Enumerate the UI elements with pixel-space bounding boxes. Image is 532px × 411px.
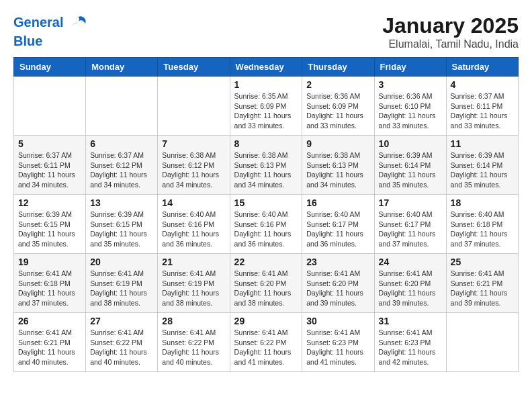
day-info: Sunrise: 6:40 AM Sunset: 6:18 PM Dayligh… <box>451 210 514 249</box>
day-number: 16 <box>306 197 369 208</box>
calendar-cell: 1Sunrise: 6:35 AM Sunset: 6:09 PM Daylig… <box>230 77 302 136</box>
day-number: 14 <box>162 197 225 208</box>
day-info: Sunrise: 6:41 AM Sunset: 6:22 PM Dayligh… <box>90 328 153 367</box>
day-info: Sunrise: 6:37 AM Sunset: 6:11 PM Dayligh… <box>18 150 81 190</box>
week-row-5: 26Sunrise: 6:41 AM Sunset: 6:21 PM Dayli… <box>14 313 519 372</box>
day-info: Sunrise: 6:37 AM Sunset: 6:12 PM Dayligh… <box>90 150 153 190</box>
day-info: Sunrise: 6:38 AM Sunset: 6:12 PM Dayligh… <box>162 150 225 190</box>
day-number: 13 <box>90 197 153 208</box>
day-number: 6 <box>90 138 153 149</box>
logo: General Blue <box>13 13 89 48</box>
day-info: Sunrise: 6:41 AM Sunset: 6:19 PM Dayligh… <box>90 269 153 308</box>
week-row-4: 19Sunrise: 6:41 AM Sunset: 6:18 PM Dayli… <box>14 254 519 313</box>
calendar-cell: 30Sunrise: 6:41 AM Sunset: 6:23 PM Dayli… <box>302 313 374 372</box>
calendar-cell: 22Sunrise: 6:41 AM Sunset: 6:20 PM Dayli… <box>230 254 302 313</box>
day-number: 30 <box>306 316 369 326</box>
calendar-cell: 31Sunrise: 6:41 AM Sunset: 6:23 PM Dayli… <box>374 313 446 372</box>
day-number: 11 <box>451 138 514 149</box>
location: Elumalai, Tamil Nadu, India <box>382 38 519 50</box>
calendar-cell: 21Sunrise: 6:41 AM Sunset: 6:19 PM Dayli… <box>158 254 230 313</box>
day-info: Sunrise: 6:41 AM Sunset: 6:20 PM Dayligh… <box>306 269 369 308</box>
day-info: Sunrise: 6:41 AM Sunset: 6:22 PM Dayligh… <box>234 328 298 367</box>
day-info: Sunrise: 6:41 AM Sunset: 6:19 PM Dayligh… <box>162 269 225 308</box>
weekday-header-saturday: Saturday <box>446 58 518 77</box>
calendar-cell: 17Sunrise: 6:40 AM Sunset: 6:17 PM Dayli… <box>374 195 446 254</box>
calendar-cell: 13Sunrise: 6:39 AM Sunset: 6:15 PM Dayli… <box>86 195 158 254</box>
day-info: Sunrise: 6:41 AM Sunset: 6:21 PM Dayligh… <box>18 328 81 367</box>
day-number: 3 <box>379 79 442 90</box>
calendar-cell: 15Sunrise: 6:40 AM Sunset: 6:16 PM Dayli… <box>230 195 302 254</box>
day-number: 31 <box>379 316 442 326</box>
calendar-cell: 11Sunrise: 6:39 AM Sunset: 6:14 PM Dayli… <box>446 136 518 195</box>
calendar-cell: 26Sunrise: 6:41 AM Sunset: 6:21 PM Dayli… <box>14 313 86 372</box>
calendar-cell: 27Sunrise: 6:41 AM Sunset: 6:22 PM Dayli… <box>86 313 158 372</box>
calendar-cell: 3Sunrise: 6:36 AM Sunset: 6:10 PM Daylig… <box>374 77 446 136</box>
calendar-cell: 24Sunrise: 6:41 AM Sunset: 6:20 PM Dayli… <box>374 254 446 313</box>
day-info: Sunrise: 6:40 AM Sunset: 6:17 PM Dayligh… <box>379 210 442 249</box>
calendar-cell: 9Sunrise: 6:38 AM Sunset: 6:13 PM Daylig… <box>302 136 374 195</box>
day-number: 9 <box>306 138 369 149</box>
calendar-cell: 5Sunrise: 6:37 AM Sunset: 6:11 PM Daylig… <box>14 136 86 195</box>
day-number: 24 <box>379 257 442 267</box>
day-info: Sunrise: 6:40 AM Sunset: 6:16 PM Dayligh… <box>162 210 225 249</box>
day-info: Sunrise: 6:41 AM Sunset: 6:23 PM Dayligh… <box>306 328 369 367</box>
day-number: 23 <box>306 257 369 267</box>
day-number: 15 <box>234 197 298 208</box>
day-info: Sunrise: 6:38 AM Sunset: 6:13 PM Dayligh… <box>234 150 298 190</box>
day-info: Sunrise: 6:39 AM Sunset: 6:15 PM Dayligh… <box>90 210 153 249</box>
day-info: Sunrise: 6:41 AM Sunset: 6:23 PM Dayligh… <box>379 328 442 367</box>
calendar-cell: 18Sunrise: 6:40 AM Sunset: 6:18 PM Dayli… <box>446 195 518 254</box>
calendar-cell: 12Sunrise: 6:39 AM Sunset: 6:15 PM Dayli… <box>14 195 86 254</box>
month-title: January 2025 <box>382 13 519 38</box>
calendar-cell <box>158 77 230 136</box>
calendar-cell: 19Sunrise: 6:41 AM Sunset: 6:18 PM Dayli… <box>14 254 86 313</box>
week-row-2: 5Sunrise: 6:37 AM Sunset: 6:11 PM Daylig… <box>14 136 519 195</box>
calendar-cell: 16Sunrise: 6:40 AM Sunset: 6:17 PM Dayli… <box>302 195 374 254</box>
day-info: Sunrise: 6:40 AM Sunset: 6:17 PM Dayligh… <box>306 210 369 249</box>
weekday-header-sunday: Sunday <box>14 58 86 77</box>
day-number: 26 <box>18 316 81 326</box>
day-info: Sunrise: 6:35 AM Sunset: 6:09 PM Dayligh… <box>234 91 298 131</box>
day-number: 25 <box>451 257 514 267</box>
day-number: 19 <box>18 257 81 267</box>
day-info: Sunrise: 6:39 AM Sunset: 6:14 PM Dayligh… <box>451 150 514 190</box>
day-info: Sunrise: 6:37 AM Sunset: 6:11 PM Dayligh… <box>451 91 514 131</box>
calendar-cell: 20Sunrise: 6:41 AM Sunset: 6:19 PM Dayli… <box>86 254 158 313</box>
day-number: 18 <box>451 197 514 208</box>
calendar-cell: 4Sunrise: 6:37 AM Sunset: 6:11 PM Daylig… <box>446 77 518 136</box>
day-number: 22 <box>234 257 298 267</box>
day-info: Sunrise: 6:39 AM Sunset: 6:14 PM Dayligh… <box>379 150 442 190</box>
weekday-header-tuesday: Tuesday <box>158 58 230 77</box>
weekday-header-thursday: Thursday <box>302 58 374 77</box>
calendar-cell: 10Sunrise: 6:39 AM Sunset: 6:14 PM Dayli… <box>374 136 446 195</box>
calendar-cell <box>86 77 158 136</box>
day-number: 1 <box>234 79 298 90</box>
calendar-cell: 2Sunrise: 6:36 AM Sunset: 6:09 PM Daylig… <box>302 77 374 136</box>
day-number: 4 <box>451 79 514 90</box>
logo-bird-icon <box>69 13 89 34</box>
calendar-cell: 28Sunrise: 6:41 AM Sunset: 6:22 PM Dayli… <box>158 313 230 372</box>
calendar-cell: 29Sunrise: 6:41 AM Sunset: 6:22 PM Dayli… <box>230 313 302 372</box>
calendar-cell: 14Sunrise: 6:40 AM Sunset: 6:16 PM Dayli… <box>158 195 230 254</box>
page-header: General Blue January 2025 Elumalai, Tami… <box>13 13 519 50</box>
day-number: 10 <box>379 138 442 149</box>
calendar-cell <box>14 77 86 136</box>
day-number: 5 <box>18 138 81 149</box>
calendar-cell: 23Sunrise: 6:41 AM Sunset: 6:20 PM Dayli… <box>302 254 374 313</box>
calendar-cell: 7Sunrise: 6:38 AM Sunset: 6:12 PM Daylig… <box>158 136 230 195</box>
day-info: Sunrise: 6:39 AM Sunset: 6:15 PM Dayligh… <box>18 210 81 249</box>
day-info: Sunrise: 6:36 AM Sunset: 6:10 PM Dayligh… <box>379 91 442 131</box>
day-info: Sunrise: 6:38 AM Sunset: 6:13 PM Dayligh… <box>306 150 369 190</box>
weekday-header-row: SundayMondayTuesdayWednesdayThursdayFrid… <box>14 58 519 77</box>
week-row-3: 12Sunrise: 6:39 AM Sunset: 6:15 PM Dayli… <box>14 195 519 254</box>
logo-blue: Blue <box>13 34 89 48</box>
weekday-header-wednesday: Wednesday <box>230 58 302 77</box>
day-number: 17 <box>379 197 442 208</box>
day-number: 8 <box>234 138 298 149</box>
day-info: Sunrise: 6:41 AM Sunset: 6:18 PM Dayligh… <box>18 269 81 308</box>
day-info: Sunrise: 6:36 AM Sunset: 6:09 PM Dayligh… <box>306 91 369 131</box>
day-number: 12 <box>18 197 81 208</box>
day-number: 7 <box>162 138 225 149</box>
day-info: Sunrise: 6:41 AM Sunset: 6:22 PM Dayligh… <box>162 328 225 367</box>
title-section: January 2025 Elumalai, Tamil Nadu, India <box>382 13 519 50</box>
